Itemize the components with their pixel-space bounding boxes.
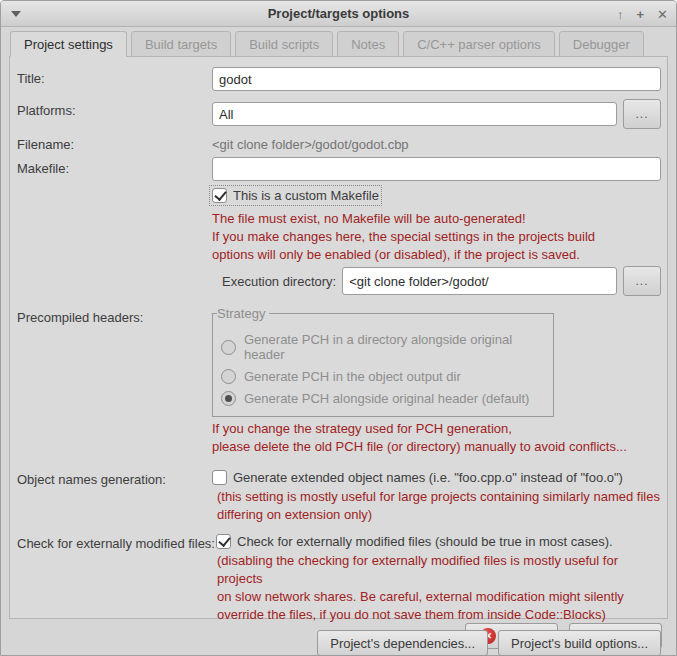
object-names-note: (this setting is mostly useful for large… bbox=[217, 488, 661, 524]
external-check-label: Check for externally modified files: bbox=[17, 532, 216, 551]
external-check-note: (disabling the checking for externally m… bbox=[217, 552, 661, 624]
pch-radio-alongside-default-label: Generate PCH alongside original header (… bbox=[244, 391, 529, 406]
platforms-input[interactable] bbox=[212, 102, 617, 126]
title-input[interactable] bbox=[212, 67, 661, 91]
pch-radio-directory-alongside-button bbox=[221, 340, 236, 355]
pch-warning-text: If you change the strategy used for PCH … bbox=[212, 420, 661, 456]
pch-radio-directory-alongside: Generate PCH in a directory alongside or… bbox=[221, 332, 543, 362]
makefile-warning-text: The file must exist, no Makefile will be… bbox=[212, 210, 661, 264]
tab-project-settings[interactable]: Project settings bbox=[10, 31, 127, 57]
pch-radio-object-output: Generate PCH in the object output dir bbox=[221, 369, 543, 384]
project-build-options-button[interactable]: Project's build options... bbox=[498, 630, 661, 656]
pch-radio-object-output-button bbox=[221, 369, 236, 384]
execution-directory-input[interactable] bbox=[342, 267, 617, 295]
pch-strategy-group-label: Strategy bbox=[217, 306, 269, 321]
extended-object-names-checkbox-label: Generate extended object names (i.e. "fo… bbox=[233, 470, 623, 485]
project-targets-options-dialog: Project/targets options ↑ + ✕ Project se… bbox=[0, 0, 677, 656]
tab-cpp-parser-options[interactable]: C/C++ parser options bbox=[403, 31, 555, 57]
object-names-label: Object names generation: bbox=[17, 468, 212, 487]
window-title: Project/targets options bbox=[268, 6, 410, 21]
custom-makefile-checkbox-label: This is a custom Makefile bbox=[233, 188, 379, 203]
makefile-label: Makefile: bbox=[17, 157, 212, 176]
project-settings-page: Title: Platforms: ... Filename: <git clo… bbox=[9, 56, 668, 619]
close-icon[interactable]: ✕ bbox=[657, 8, 668, 21]
filename-label: Filename: bbox=[17, 133, 212, 152]
platforms-browse-button[interactable]: ... bbox=[623, 99, 661, 129]
project-dependencies-button[interactable]: Project's dependencies... bbox=[317, 630, 488, 656]
custom-makefile-checkbox[interactable]: This is a custom Makefile bbox=[212, 188, 379, 203]
title-label: Title: bbox=[17, 67, 212, 86]
pch-radio-alongside-default-button bbox=[221, 391, 236, 406]
filename-value: <git clone folder>/godot/godot.cbp bbox=[212, 133, 661, 152]
pch-radio-alongside-default: Generate PCH alongside original header (… bbox=[221, 391, 543, 406]
tab-build-targets[interactable]: Build targets bbox=[131, 31, 231, 57]
external-check-checkbox-box[interactable] bbox=[216, 534, 231, 549]
external-check-checkbox-label: Check for externally modified files (sho… bbox=[237, 534, 613, 549]
tab-bar: Project settings Build targets Build scr… bbox=[1, 27, 676, 56]
tab-debugger[interactable]: Debugger bbox=[559, 31, 644, 57]
pch-radio-directory-alongside-label: Generate PCH in a directory alongside or… bbox=[244, 332, 543, 362]
tab-notes[interactable]: Notes bbox=[337, 31, 399, 57]
custom-makefile-checkbox-box[interactable] bbox=[212, 188, 227, 203]
pch-radio-object-output-label: Generate PCH in the object output dir bbox=[244, 369, 461, 384]
extended-object-names-checkbox[interactable]: Generate extended object names (i.e. "fo… bbox=[212, 468, 661, 485]
precompiled-headers-label: Precompiled headers: bbox=[17, 306, 212, 325]
execution-directory-browse-button[interactable]: ... bbox=[623, 266, 661, 296]
pch-strategy-group: Strategy Generate PCH in a directory alo… bbox=[212, 306, 554, 417]
external-check-checkbox[interactable]: Check for externally modified files (sho… bbox=[216, 532, 661, 549]
titlebar: Project/targets options ↑ + ✕ bbox=[1, 1, 676, 27]
extended-object-names-checkbox-box[interactable] bbox=[212, 470, 227, 485]
execution-directory-label: Execution directory: bbox=[222, 274, 336, 289]
maximize-icon[interactable]: + bbox=[637, 8, 645, 21]
platforms-label: Platforms: bbox=[17, 99, 212, 118]
makefile-input[interactable] bbox=[212, 157, 661, 181]
tab-build-scripts[interactable]: Build scripts bbox=[235, 31, 333, 57]
window-menu-icon[interactable] bbox=[11, 11, 21, 17]
shade-icon[interactable]: ↑ bbox=[617, 8, 624, 21]
